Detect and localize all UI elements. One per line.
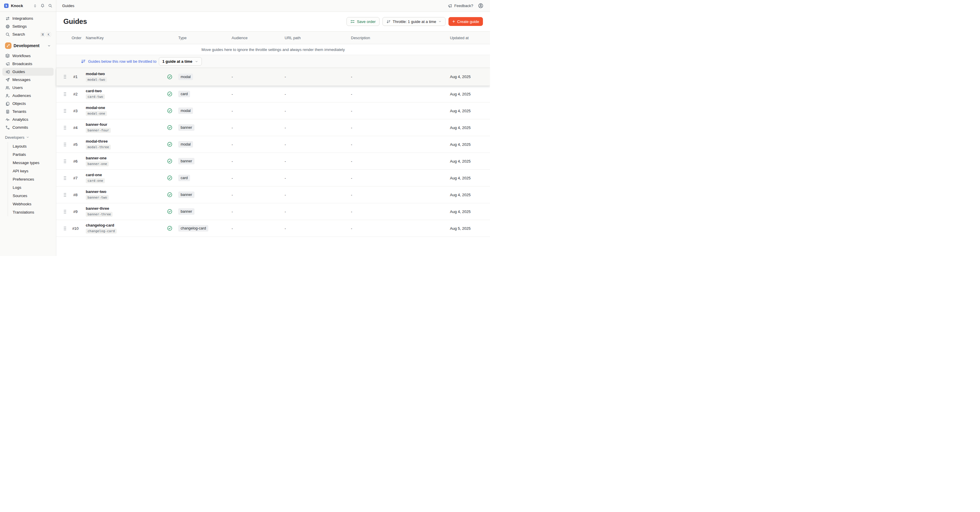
workspace-name: Knock [11,3,23,8]
sidebar-item-settings[interactable]: Settings [2,22,54,30]
description-value: - [350,159,450,164]
throttle-divider-message[interactable]: Guides below this row will be throttled … [88,59,156,64]
guide-key: card-two [86,94,105,99]
sidebar-item-objects[interactable]: Objects [2,100,54,108]
drag-handle-icon[interactable] [60,92,69,97]
guide-name[interactable]: card-two [86,89,164,93]
drag-handle-icon[interactable] [60,142,69,147]
sidebar-item-workflows[interactable]: Workflows [2,52,54,60]
table-row[interactable]: #5 modal-three modal-three modal - - - A… [56,136,490,153]
sidebar-item-logs[interactable]: Logs [8,183,56,191]
table-row[interactable]: #3 modal-one modal-one modal - - - Aug 4… [56,103,490,119]
account-icon[interactable] [478,3,484,8]
throttle-amount-dropdown[interactable]: 1 guide at a time [159,57,202,66]
url-path-value: - [283,226,350,231]
sidebar-item-translations[interactable]: Translations [8,208,56,216]
drag-handle-icon[interactable] [60,108,69,113]
guide-key: banner-three [86,212,113,217]
table-row[interactable]: #2 card-two card-two card - - - Aug 4, 2… [56,86,490,103]
throttle-button[interactable]: Throttle: 1 guide at a time [382,17,445,26]
bell-icon[interactable] [40,3,45,8]
feedback-button[interactable]: Feedback? [447,3,473,8]
workspace-header: k Knock [0,0,56,12]
search-icon[interactable] [48,3,52,8]
sidebar-item-layouts[interactable]: Layouts [8,142,56,150]
sidebar-item-commits[interactable]: Commits [2,123,54,131]
drag-handle-icon[interactable] [60,209,69,214]
sidebar-item-webhooks[interactable]: Webhooks [8,200,56,208]
table-row[interactable]: #1 modal-two modal-two modal - - - Aug 4… [56,68,490,86]
description-value: - [350,192,450,197]
guide-name[interactable]: banner-four [86,122,164,127]
guides-icon [5,69,10,74]
chevron-down-icon [26,135,29,139]
drag-handle-icon[interactable] [60,226,69,231]
guide-name[interactable]: modal-three [86,139,164,143]
table-row[interactable]: #7 card-one card-one card - - - Aug 4, 2… [56,170,490,186]
sidebar-item-integrations[interactable]: Integrations [2,14,54,22]
url-path-value: - [283,92,350,96]
drag-handle-icon[interactable] [60,176,69,181]
guide-name[interactable]: banner-three [86,206,164,211]
drag-handle-icon[interactable] [60,159,69,164]
table-row[interactable]: #8 banner-two banner-two banner - - - Au… [56,186,490,203]
sidebar-item-partials[interactable]: Partials [8,150,56,159]
sidebar-item-tenants[interactable]: Tenants [2,108,54,116]
type-badge: card [178,91,190,97]
table-row[interactable]: #6 banner-one banner-one banner - - - Au… [56,153,490,170]
table-row[interactable]: #10 changelog-card changelog-card change… [56,220,490,237]
guide-name[interactable]: changelog-card [86,223,164,227]
sidebar-item-users[interactable]: Users [2,84,54,92]
save-order-button[interactable]: Save order [347,17,380,26]
check-circle-icon [167,192,172,197]
guide-name[interactable]: banner-two [86,189,164,194]
sidebar-item-analytics[interactable]: Analytics [2,116,54,123]
main-content: Guides Feedback? Guides Save order Throt… [56,0,490,256]
ignore-throttle-dropzone[interactable]: Move guides here to ignore the throttle … [56,44,490,55]
workspace-switcher-icon[interactable] [33,4,37,8]
audience-value: - [230,92,283,96]
check-circle-icon [167,125,172,130]
check-circle-icon [167,91,172,97]
throttle-label: Throttle: 1 guide at a time [393,19,436,24]
column-header-description: Description [350,36,450,40]
sidebar-item-messages[interactable]: Messages [2,76,54,84]
guide-name[interactable]: banner-one [86,156,164,160]
sidebar-item-guides[interactable]: Guides [2,68,54,76]
drag-handle-icon[interactable] [60,74,69,79]
drag-handle-icon[interactable] [60,192,69,197]
sidebar-item-preferences[interactable]: Preferences [8,175,56,183]
audience-value: - [230,176,283,180]
knock-logo-letter: k [6,4,7,7]
check-circle-icon [167,226,172,231]
sidebar-item-search[interactable]: Search ⌘ K [2,30,54,38]
developers-section-toggle[interactable]: Developers [0,134,56,141]
sidebar-item-audiences[interactable]: Audiences [2,92,54,100]
sidebar-item-broadcasts[interactable]: Broadcasts [2,60,54,68]
paper-plane-icon [5,77,10,82]
sidebar-item-label: Audiences [13,94,31,98]
table-row[interactable]: #9 banner-three banner-three banner - - … [56,203,490,220]
check-circle-icon [167,159,172,164]
url-path-value: - [283,159,350,164]
sidebar-item-sources[interactable]: Sources [8,191,56,200]
updated-at-value: Aug 4, 2025 [450,159,490,164]
knock-logo: k [4,3,8,8]
app-window: k Knock Integrations Settings Search [0,0,490,256]
sidebar-item-label: Search [13,32,25,37]
sidebar-item-label: Tenants [13,109,26,114]
guide-key: card-one [86,178,105,183]
audience-value: - [230,75,283,79]
environment-switcher[interactable]: Development [2,41,54,50]
guide-name[interactable]: modal-one [86,105,164,110]
guide-name[interactable]: card-one [86,173,164,177]
sidebar-item-api-keys[interactable]: API keys [8,167,56,175]
create-guide-button[interactable]: + Create guide [449,17,483,26]
drag-handle-icon[interactable] [60,125,69,130]
sidebar: k Knock Integrations Settings Search [0,0,56,256]
table-row[interactable]: #4 banner-four banner-four banner - - - … [56,119,490,136]
guide-name[interactable]: modal-two [86,72,164,76]
updated-at-value: Aug 4, 2025 [450,109,490,113]
utility-nav: Integrations Settings Search ⌘ K [0,12,56,39]
sidebar-item-message-types[interactable]: Message types [8,159,56,167]
